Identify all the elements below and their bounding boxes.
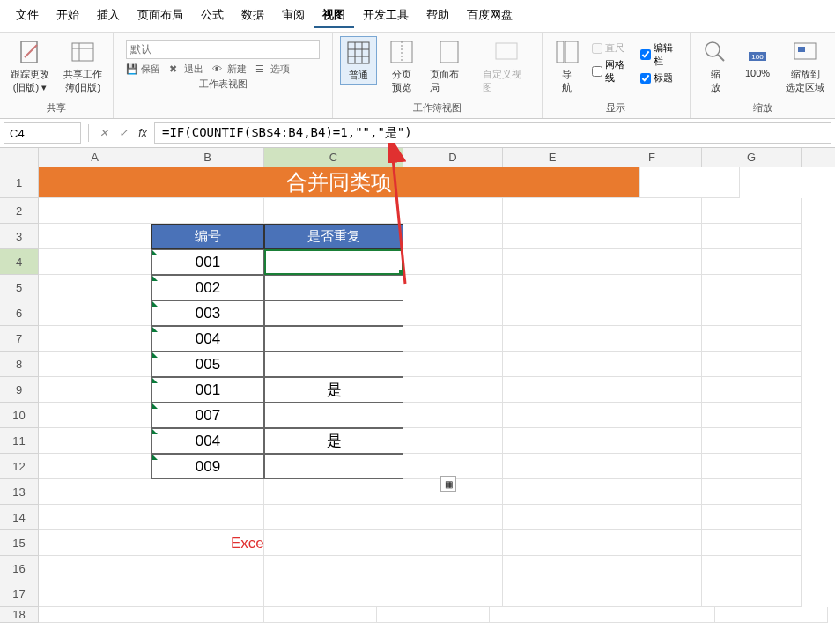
row-header[interactable]: 3: [0, 224, 39, 249]
table-cell-dup[interactable]: 是: [264, 377, 403, 403]
cell[interactable]: [702, 300, 802, 326]
menu-insert[interactable]: 插入: [88, 4, 129, 28]
cell[interactable]: [151, 607, 264, 623]
cell[interactable]: [264, 530, 403, 556]
menu-help[interactable]: 帮助: [418, 4, 458, 28]
cell[interactable]: [702, 224, 802, 249]
cell[interactable]: [602, 428, 702, 454]
cell[interactable]: [151, 479, 264, 505]
table-header-dup[interactable]: 是否重复: [264, 224, 403, 249]
menu-formulas[interactable]: 公式: [192, 4, 233, 28]
cell[interactable]: [503, 581, 602, 607]
cell[interactable]: [264, 581, 403, 607]
table-cell-code[interactable]: 009: [151, 454, 264, 479]
cell[interactable]: [702, 377, 802, 403]
cell[interactable]: [602, 530, 702, 556]
cell[interactable]: [264, 607, 377, 623]
exit-button[interactable]: ✖退出: [169, 63, 203, 76]
row-header[interactable]: 4: [0, 249, 39, 275]
row-header[interactable]: 10: [0, 403, 39, 428]
row-header[interactable]: 12: [0, 454, 39, 479]
cell[interactable]: Excel从零到一: [151, 530, 264, 556]
name-box[interactable]: [4, 122, 81, 144]
cell[interactable]: [602, 377, 702, 403]
cell[interactable]: [602, 556, 702, 581]
table-cell-dup[interactable]: [264, 403, 403, 428]
table-cell-dup[interactable]: [264, 275, 403, 300]
cancel-formula-button[interactable]: ✕: [96, 124, 112, 142]
cell[interactable]: [403, 300, 503, 326]
cell[interactable]: [602, 224, 702, 249]
select-all-corner[interactable]: [0, 148, 39, 167]
col-header-c[interactable]: C: [264, 148, 403, 167]
cell[interactable]: [39, 454, 151, 479]
cell[interactable]: [39, 607, 151, 623]
cell[interactable]: [640, 167, 740, 198]
cell[interactable]: [403, 581, 503, 607]
cell[interactable]: [702, 403, 802, 428]
sheetview-select[interactable]: [126, 40, 320, 59]
col-header-a[interactable]: A: [39, 148, 151, 167]
cell[interactable]: [503, 556, 602, 581]
col-header-b[interactable]: B: [151, 148, 264, 167]
track-changes-button[interactable]: 跟踪更改 (旧版) ▾: [7, 36, 53, 96]
cell[interactable]: [602, 249, 702, 275]
gridlines-checkbox[interactable]: 网格线: [592, 58, 634, 85]
cell[interactable]: [403, 403, 503, 428]
cell[interactable]: [702, 275, 802, 300]
table-cell-code[interactable]: 001: [151, 377, 264, 403]
cell[interactable]: [39, 326, 151, 352]
accept-formula-button[interactable]: ✓: [115, 124, 131, 142]
cell[interactable]: [264, 479, 403, 505]
cell[interactable]: [39, 198, 151, 224]
cell[interactable]: [702, 581, 802, 607]
table-header-code[interactable]: 编号: [151, 224, 264, 249]
cell[interactable]: [602, 352, 702, 377]
formula-input[interactable]: [154, 122, 831, 144]
row-header[interactable]: 15: [0, 530, 39, 556]
cell[interactable]: [702, 479, 802, 505]
cell[interactable]: [602, 300, 702, 326]
cell[interactable]: [403, 530, 503, 556]
cell[interactable]: [39, 505, 151, 530]
cell[interactable]: [602, 326, 702, 352]
cell[interactable]: [715, 607, 828, 623]
table-cell-dup[interactable]: [264, 249, 403, 275]
cell[interactable]: [503, 377, 602, 403]
col-header-e[interactable]: E: [503, 148, 602, 167]
row-header[interactable]: 1: [0, 167, 39, 198]
table-cell-code[interactable]: 003: [151, 300, 264, 326]
cell[interactable]: [503, 224, 602, 249]
cell[interactable]: [39, 377, 151, 403]
table-cell-code[interactable]: 004: [151, 326, 264, 352]
cell[interactable]: [403, 198, 503, 224]
cell[interactable]: [602, 403, 702, 428]
table-cell-dup[interactable]: [264, 326, 403, 352]
menu-data[interactable]: 数据: [233, 4, 273, 28]
zoom-button[interactable]: 缩 放: [698, 36, 733, 96]
row-header[interactable]: 6: [0, 300, 39, 326]
nav-button[interactable]: 导 航: [550, 36, 585, 96]
menu-file[interactable]: 文件: [7, 4, 48, 28]
headings-checkbox[interactable]: 标题: [640, 71, 683, 85]
cell[interactable]: [503, 530, 602, 556]
cell[interactable]: [403, 326, 503, 352]
cell[interactable]: [602, 479, 702, 505]
col-header-f[interactable]: F: [602, 148, 702, 167]
cell[interactable]: [503, 428, 602, 454]
cell[interactable]: [264, 505, 403, 530]
row-header[interactable]: 16: [0, 556, 39, 581]
cell[interactable]: [39, 224, 151, 249]
normal-view-button[interactable]: 普通: [340, 36, 377, 85]
pagelayout-view-button[interactable]: 页面布局: [426, 36, 472, 96]
cell[interactable]: [403, 275, 503, 300]
cell[interactable]: [503, 300, 602, 326]
table-cell-dup[interactable]: [264, 352, 403, 377]
menu-review[interactable]: 审阅: [273, 4, 314, 28]
ruler-checkbox[interactable]: 直尺: [592, 41, 634, 55]
cell[interactable]: [403, 352, 503, 377]
cell[interactable]: [39, 530, 151, 556]
table-cell-code[interactable]: 002: [151, 275, 264, 300]
menu-home[interactable]: 开始: [48, 4, 88, 28]
cell[interactable]: [403, 249, 503, 275]
